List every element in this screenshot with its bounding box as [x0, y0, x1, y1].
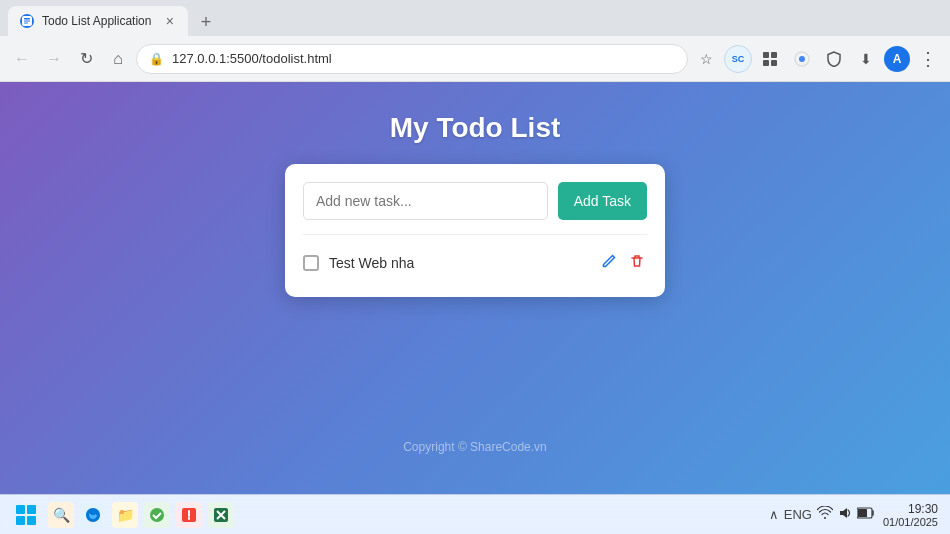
svg-point-14: [150, 508, 164, 522]
svg-rect-2: [24, 21, 30, 22]
svg-rect-3: [24, 23, 28, 24]
home-icon: ⌂: [113, 50, 123, 68]
svg-rect-18: [858, 509, 867, 517]
svg-rect-1: [24, 18, 30, 20]
app1-taskbar-icon[interactable]: [144, 502, 170, 528]
volume-icon: [838, 506, 852, 523]
new-tab-button[interactable]: +: [192, 8, 220, 36]
sharecode-logo: SC: [724, 45, 752, 73]
page-content: ShareCode.VN My Todo List Add Task Test …: [0, 82, 950, 494]
divider: [303, 234, 647, 235]
url-bar[interactable]: 🔒 127.0.0.1:5500/todolist.html: [136, 44, 688, 74]
add-task-button[interactable]: Add Task: [558, 182, 647, 220]
svg-rect-5: [771, 52, 777, 58]
todo-text: Test Web nha: [329, 255, 589, 271]
page-title: My Todo List: [390, 112, 561, 144]
copyright-text: Copyright © ShareCode.vn: [0, 440, 950, 454]
forward-button[interactable]: →: [40, 45, 68, 73]
todo-actions: [599, 251, 647, 275]
svg-rect-6: [763, 60, 769, 66]
svg-rect-4: [763, 52, 769, 58]
wifi-icon: [817, 506, 833, 523]
taskbar-right: ∧ ENG 19:30 01/01/2025: [769, 502, 938, 528]
back-icon: ←: [14, 50, 30, 68]
address-bar: ← → ↻ ⌂ 🔒 127.0.0.1:5500/todolist.html ☆…: [0, 36, 950, 82]
svg-rect-7: [771, 60, 777, 66]
clock-time: 19:30: [883, 502, 938, 516]
taskbar: 🔍 📁: [0, 494, 950, 534]
svg-rect-12: [16, 516, 25, 525]
app3-taskbar-icon[interactable]: [208, 502, 234, 528]
taskbar-left: 🔍 📁: [12, 501, 234, 529]
todo-item: Test Web nha: [303, 247, 647, 279]
bookmark-icon[interactable]: ☆: [692, 45, 720, 73]
lock-icon: 🔒: [149, 52, 164, 66]
menu-icon[interactable]: ⋮: [914, 45, 942, 73]
battery-icon: [857, 507, 875, 522]
chevron-up-icon[interactable]: ∧: [769, 507, 779, 522]
reload-button[interactable]: ↻: [72, 45, 100, 73]
app2-taskbar-icon[interactable]: [176, 502, 202, 528]
active-tab[interactable]: Todo List Application ×: [8, 6, 188, 36]
tab-favicon: [20, 14, 34, 28]
clock: 19:30 01/01/2025: [883, 502, 938, 528]
task-input[interactable]: [303, 182, 548, 220]
tab-bar: Todo List Application × +: [0, 0, 950, 36]
edge-taskbar-icon[interactable]: [80, 502, 106, 528]
search-taskbar-icon[interactable]: 🔍: [48, 502, 74, 528]
delete-button[interactable]: [627, 251, 647, 275]
todo-card: Add Task Test Web nha: [285, 164, 665, 297]
extensions-icon[interactable]: [756, 45, 784, 73]
home-button[interactable]: ⌂: [104, 45, 132, 73]
start-button[interactable]: [12, 501, 40, 529]
toolbar-right: ☆ SC ⬇ A ⋮: [692, 45, 942, 73]
svg-point-9: [799, 56, 805, 62]
tab-title: Todo List Application: [42, 14, 156, 28]
file-taskbar-icon[interactable]: 📁: [112, 502, 138, 528]
edit-button[interactable]: [599, 251, 619, 275]
shield-icon[interactable]: [820, 45, 848, 73]
chrome-icon[interactable]: [788, 45, 816, 73]
forward-icon: →: [46, 50, 62, 68]
download-icon[interactable]: ⬇: [852, 45, 880, 73]
tab-close-button[interactable]: ×: [164, 12, 176, 30]
svg-rect-10: [16, 505, 25, 514]
system-icons: ∧ ENG: [769, 506, 875, 523]
language-label: ENG: [784, 507, 812, 522]
taskbar-icons: 🔍 📁: [48, 502, 234, 528]
profile-avatar[interactable]: A: [884, 46, 910, 72]
svg-rect-13: [27, 516, 36, 525]
reload-icon: ↻: [80, 49, 93, 68]
clock-date: 01/01/2025: [883, 516, 938, 528]
input-row: Add Task: [303, 182, 647, 220]
back-button[interactable]: ←: [8, 45, 36, 73]
svg-rect-11: [27, 505, 36, 514]
url-text: 127.0.0.1:5500/todolist.html: [172, 51, 675, 66]
todo-checkbox[interactable]: [303, 255, 319, 271]
